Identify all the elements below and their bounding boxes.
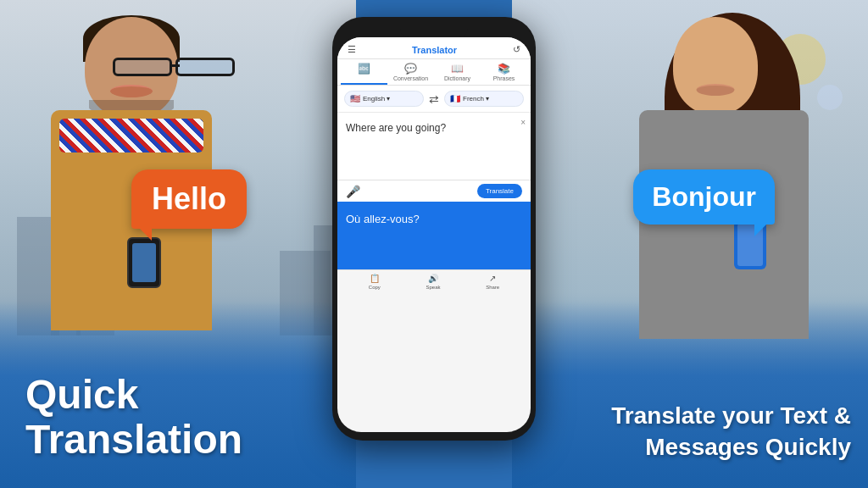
share-icon: ↗: [489, 274, 496, 283]
output-actions-bar: 📋 Copy 🔊 Speak ↗ Share: [337, 269, 531, 293]
glasses-bridge: [170, 64, 180, 67]
speak-icon: 🔊: [428, 274, 438, 283]
tab-conversation-icon: 💬: [404, 63, 417, 75]
man-phone-hand: [127, 237, 161, 288]
left-headline: Quick Translation: [25, 373, 242, 463]
glasses-right: [175, 58, 235, 76]
copy-icon: 📋: [370, 274, 380, 283]
input-area: Where are you going? ×: [337, 113, 531, 180]
woman-smile: [697, 84, 735, 96]
copy-label: Copy: [369, 285, 381, 290]
tab-text[interactable]: 🔤: [341, 59, 387, 85]
speak-btn[interactable]: 🔊 Speak: [426, 274, 440, 290]
woman-body: [639, 110, 809, 339]
tab-dictionary-label: Dictionary: [444, 75, 470, 81]
hello-bubble: Hello: [131, 169, 247, 229]
share-label: Share: [486, 285, 499, 290]
target-language-btn[interactable]: 🇫🇷 French ▾: [444, 91, 524, 107]
target-flag: 🇫🇷: [450, 94, 460, 103]
right-headline-line2: Messages Quickly: [611, 432, 851, 463]
tab-dictionary[interactable]: 📖 Dictionary: [434, 59, 481, 85]
language-bar: 🇺🇸 English ▾ ⇄ 🇫🇷 French ▾: [337, 86, 531, 113]
tab-phrases-label: Phrases: [493, 75, 515, 81]
man-smile: [110, 85, 153, 97]
phone-notch: [400, 24, 468, 37]
source-lang-label: English ▾: [363, 95, 390, 103]
phone-outer: ☰ Translator ↺ 🔤 💬 Conversation 📖 Dictio…: [332, 17, 536, 441]
tab-dictionary-icon: 📖: [451, 63, 464, 75]
right-headline-line1: Translate your Text &: [611, 401, 851, 431]
swap-languages-btn[interactable]: ⇄: [427, 92, 441, 106]
menu-icon[interactable]: ☰: [348, 44, 356, 55]
tab-bar: 🔤 💬 Conversation 📖 Dictionary 📚 Phrases: [337, 59, 531, 86]
app-header: ☰ Translator ↺: [337, 37, 531, 59]
clear-input-btn[interactable]: ×: [520, 118, 526, 127]
translated-text: Où allez-vous?: [346, 212, 522, 227]
glasses-left: [113, 58, 172, 76]
microphone-btn[interactable]: 🎤: [346, 185, 360, 198]
input-text: Where are you going?: [346, 121, 522, 136]
headline-line2: Translation: [25, 418, 242, 463]
tab-conversation-label: Conversation: [393, 75, 428, 81]
input-actions-bar: 🎤 Translate: [337, 180, 531, 202]
phone-mockup: ☰ Translator ↺ 🔤 💬 Conversation 📖 Dictio…: [332, 0, 536, 488]
man-scarf: [59, 119, 203, 152]
share-btn[interactable]: ↗ Share: [486, 274, 499, 290]
copy-btn[interactable]: 📋 Copy: [369, 274, 381, 290]
source-language-btn[interactable]: 🇺🇸 English ▾: [344, 91, 424, 107]
translate-button[interactable]: Translate: [477, 184, 522, 198]
woman-head: [673, 17, 758, 114]
headline-line1: Quick: [25, 373, 242, 418]
app-title: Translator: [412, 45, 457, 55]
speak-label: Speak: [426, 285, 440, 290]
bonjour-bubble: Bonjour: [633, 169, 775, 225]
tab-text-icon: 🔤: [358, 63, 370, 75]
history-icon[interactable]: ↺: [513, 44, 520, 55]
tab-phrases[interactable]: 📚 Phrases: [481, 59, 527, 85]
man-phone-screen: [132, 243, 156, 282]
output-area: Où allez-vous?: [337, 202, 531, 269]
tab-phrases-icon: 📚: [498, 63, 510, 75]
source-flag: 🇺🇸: [350, 94, 360, 103]
right-headline: Translate your Text & Messages Quickly: [611, 401, 851, 463]
phone-screen: ☰ Translator ↺ 🔤 💬 Conversation 📖 Dictio…: [337, 37, 531, 432]
tab-conversation[interactable]: 💬 Conversation: [387, 59, 434, 85]
target-lang-label: French ▾: [463, 95, 489, 103]
